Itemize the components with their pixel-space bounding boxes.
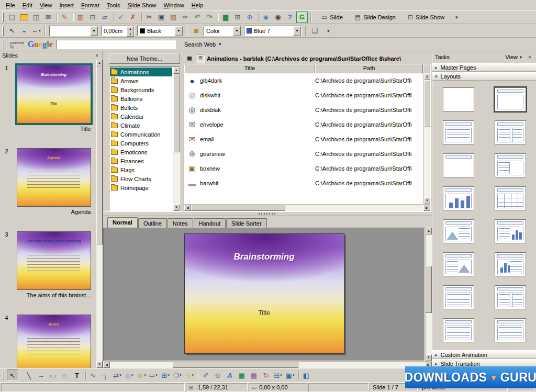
- google-search-input[interactable]: [57, 40, 176, 49]
- text-icon[interactable]: T: [71, 369, 83, 381]
- scroll-up-icon[interactable]: ▲: [96, 60, 103, 66]
- gallery-theme-item[interactable]: Communication: [110, 130, 172, 139]
- undo-icon[interactable]: ↶: [192, 12, 203, 23]
- format-paintbrush-icon[interactable]: ✏: [180, 12, 191, 23]
- menu-item[interactable]: Edit: [19, 1, 36, 9]
- paste-icon[interactable]: ▨: [168, 12, 179, 23]
- edit-file-icon[interactable]: ✎: [59, 12, 70, 23]
- select-arrow-icon[interactable]: ↖: [6, 25, 18, 37]
- tab-slide-sorter[interactable]: Slide Sorter: [226, 218, 266, 228]
- detail-view-button[interactable]: ≣: [196, 54, 205, 63]
- gallery-file-row[interactable]: ⊛ gearsnew C:\Archivos de programa\Sun\S…: [184, 147, 423, 161]
- gallery-icon[interactable]: ▤: [248, 369, 260, 381]
- gallery-theme-item[interactable]: Climate: [110, 121, 172, 130]
- view-menu-button[interactable]: View ▾: [505, 54, 522, 60]
- alignment-icon[interactable]: ⊟: [272, 369, 284, 381]
- page-preview-icon[interactable]: ▱: [99, 12, 110, 23]
- arrow-style-icon[interactable]: ←: [30, 25, 42, 37]
- connector-icon[interactable]: ┐: [99, 369, 111, 381]
- line-style-combo[interactable]: ▼: [49, 26, 98, 36]
- tab-outline[interactable]: Outline: [138, 218, 167, 228]
- from-file-icon[interactable]: ▦: [236, 369, 248, 381]
- print-icon[interactable]: ⊟: [87, 12, 98, 23]
- gallery-theme-item[interactable]: Computers: [110, 139, 172, 148]
- slide-preview[interactable]: Brainstorming Title: [17, 65, 91, 124]
- hyperlink-icon[interactable]: ⊕: [244, 12, 255, 23]
- navigator-icon[interactable]: ◈: [260, 12, 272, 23]
- line-color-combo[interactable]: Black ▼: [137, 26, 183, 36]
- spellcheck-icon[interactable]: ✓: [115, 12, 127, 23]
- slide-title-text[interactable]: Brainstorming: [185, 252, 344, 262]
- chart-icon[interactable]: ▆: [220, 12, 231, 23]
- chevron-down-icon[interactable]: ▼: [293, 26, 301, 36]
- gallery-icon[interactable]: G: [296, 12, 308, 23]
- gallery-theme-item[interactable]: Finances: [110, 156, 172, 165]
- cut-icon[interactable]: ✂: [143, 12, 155, 23]
- chevron-down-icon[interactable]: ▼: [175, 26, 183, 36]
- rotate-icon[interactable]: ↻: [260, 369, 272, 381]
- save-icon[interactable]: ◫: [30, 12, 42, 23]
- basic-shapes-icon[interactable]: ◇: [124, 369, 135, 381]
- menu-item[interactable]: Insert: [55, 1, 77, 9]
- toolbar-grip[interactable]: [2, 13, 4, 22]
- scroll-left-icon[interactable]: ◀: [103, 362, 110, 368]
- layout-thumbnail[interactable]: [495, 120, 526, 144]
- layout-thumbnail[interactable]: [443, 252, 474, 276]
- area-color-combo[interactable]: Blue 7 ▼: [244, 26, 302, 36]
- slide-design-button[interactable]: ▤ Slide Design: [351, 12, 400, 23]
- help-icon[interactable]: ?: [284, 12, 296, 23]
- slide-subtitle-text[interactable]: Title: [185, 309, 344, 317]
- column-header-title[interactable]: Title: [184, 64, 315, 73]
- spinner[interactable]: ▲▼: [127, 26, 134, 36]
- table-icon[interactable]: ⊞: [232, 12, 243, 23]
- layout-thumbnail[interactable]: [495, 219, 526, 243]
- shadow-icon[interactable]: ❏: [309, 25, 320, 37]
- slides-panel-scrollbar[interactable]: ▲ ▼: [96, 60, 103, 368]
- layout-thumbnail[interactable]: [495, 87, 526, 111]
- email-icon[interactable]: ✉: [42, 12, 54, 23]
- glue-points-icon[interactable]: ⊙: [212, 369, 224, 381]
- line-width-input[interactable]: 0,00cm ▲▼: [101, 26, 135, 36]
- toolbar-grip[interactable]: [3, 371, 4, 380]
- menu-item[interactable]: Window: [160, 1, 188, 9]
- symbol-shapes-icon[interactable]: ☺: [136, 369, 147, 381]
- section-master-pages[interactable]: ▸ Master Pages: [432, 63, 536, 72]
- slide-thumbnail[interactable]: 4 Rules: [2, 315, 94, 368]
- gallery-theme-item[interactable]: Flow Charts: [110, 174, 172, 183]
- menu-item[interactable]: Format: [77, 1, 103, 9]
- slide-preview[interactable]: Agenda: [17, 148, 91, 207]
- scrollbar-thumb[interactable]: [173, 74, 180, 152]
- lines-arrows-icon[interactable]: ⇄: [111, 369, 123, 381]
- section-layouts[interactable]: ▾ Layouts: [432, 72, 536, 81]
- slide-preview[interactable]: Rules: [17, 315, 91, 368]
- gallery-file-row[interactable]: ▣ boxnew C:\Archivos de programa\Sun\Sta…: [184, 161, 423, 176]
- editor-v-scrollbar[interactable]: ▲ ▼: [425, 228, 432, 361]
- select-icon[interactable]: ↖: [7, 369, 18, 381]
- slide-canvas[interactable]: Brainstorming Title: [103, 228, 425, 361]
- arrow-icon[interactable]: →: [35, 369, 47, 381]
- block-arrows-icon[interactable]: ⇨: [148, 369, 159, 381]
- layout-thumbnail[interactable]: [495, 186, 526, 210]
- open-icon[interactable]: [18, 12, 30, 23]
- gallery-theme-item[interactable]: Calendar: [110, 112, 172, 121]
- gallery-file-row[interactable]: ● glb4dark C:\Archivos de programa\Sun\S…: [184, 73, 423, 88]
- scroll-up-icon[interactable]: ▲: [424, 73, 430, 80]
- copy-icon[interactable]: ▣: [155, 12, 167, 23]
- scroll-right-icon[interactable]: ▶: [423, 205, 430, 211]
- area-style-combo[interactable]: Color ▼: [204, 26, 241, 36]
- file-list-scrollbar[interactable]: ▲ ▼: [423, 73, 430, 204]
- splitter-handle-icon[interactable]: [259, 213, 276, 215]
- ellipse-icon[interactable]: ○: [59, 369, 71, 381]
- editor-h-scrollbar[interactable]: ◀ ▶: [103, 361, 432, 368]
- rectangle-icon[interactable]: ▭: [47, 369, 59, 381]
- slide-thumbnail[interactable]: 3 The aims of this brain storming The ai…: [2, 231, 94, 300]
- gallery-file-row[interactable]: ◎ diskwhit C:\Archivos de programa\Sun\S…: [184, 88, 423, 103]
- flowchart-icon[interactable]: ⊞: [160, 369, 171, 381]
- scroll-up-icon[interactable]: ▲: [426, 228, 432, 234]
- gallery-theme-item[interactable]: Homepage: [110, 183, 172, 192]
- scroll-left-icon[interactable]: ◀: [184, 205, 191, 211]
- scroll-down-icon[interactable]: ▼: [424, 197, 430, 204]
- icon-view-button[interactable]: ▦: [185, 54, 194, 63]
- slide-show-button[interactable]: ⊡ Slide Show: [404, 12, 449, 23]
- extrusion-icon[interactable]: ◧: [300, 369, 312, 381]
